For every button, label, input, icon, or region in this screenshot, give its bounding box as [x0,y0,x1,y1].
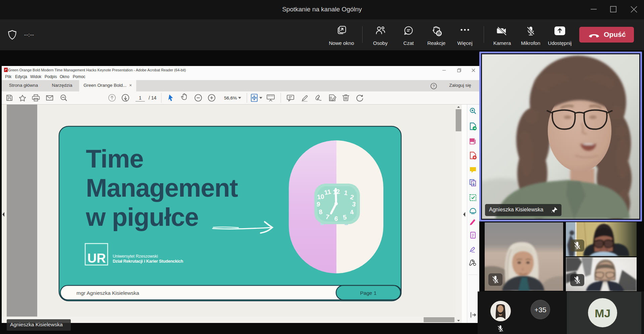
svg-text:Uniwersytet Rzeszowski: Uniwersytet Rzeszowski [113,254,158,259]
svg-text:UR: UR [88,251,106,265]
svg-text:Management: Management [86,174,238,202]
svg-text:1: 1 [139,95,142,101]
svg-text:w pigułce: w pigułce [86,203,198,231]
svg-text:56,6%: 56,6% [224,95,237,101]
svg-text:/ 14: / 14 [149,95,157,101]
svg-text:Time: Time [86,144,143,173]
svg-text:6: 6 [334,215,338,222]
svg-text:Page 1: Page 1 [360,290,376,296]
svg-text:9: 9 [316,201,321,208]
svg-text:mgr Agnieszka Kisielewska: mgr Agnieszka Kisielewska [76,290,139,296]
svg-text:?: ? [433,84,435,88]
svg-text:Dział Rekrutacji i Karier Stud: Dział Rekrutacji i Karier Studenckich [113,259,183,264]
svg-text:10: 10 [317,193,324,201]
svg-text:11: 11 [324,188,332,196]
